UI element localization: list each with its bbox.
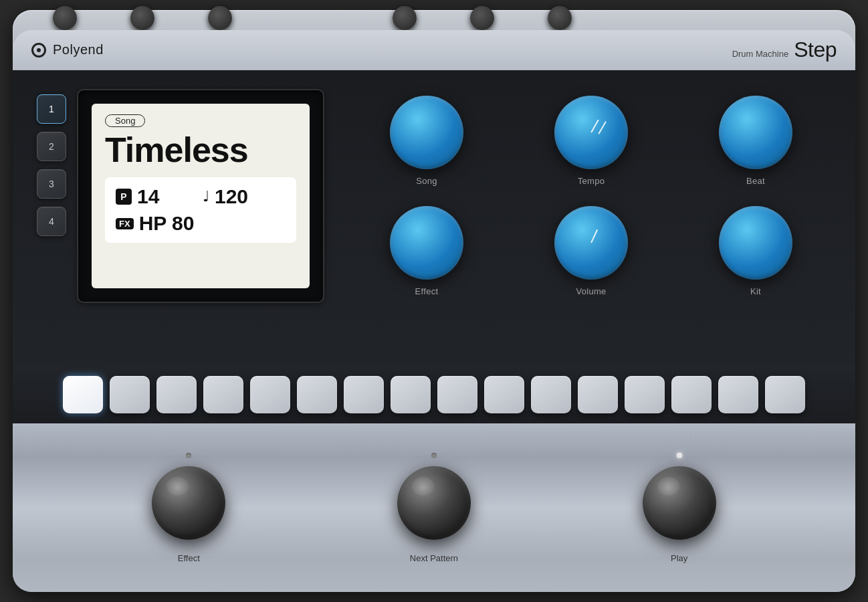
volume-knob-label: Volume [576,286,606,296]
tempo-knob[interactable] [554,96,628,169]
play-pedal-label: Play [671,553,687,563]
effect-pedal-label: Effect [178,553,200,563]
tempo-stat-row: ♩ 120 [203,185,286,208]
step-btn-13[interactable] [625,376,665,413]
song-title: Timeless [105,131,296,169]
top-knob-4[interactable] [393,6,417,30]
play-pedal-indicator [677,453,682,458]
main-panel: 1 2 3 4 Song Timeless P 14 [13,70,855,405]
effect-knob-label: Effect [415,286,439,296]
step-btn-9[interactable] [437,376,477,413]
mode-label: Song [105,114,145,127]
next-pattern-pedal-label: Next Pattern [410,553,458,563]
top-knob-2[interactable] [130,6,154,30]
product-info: Drum Machine Step [732,37,837,62]
effect-pedal[interactable] [152,466,225,540]
brand-name: Polyend [53,42,104,58]
knob-group-effect: Effect [351,206,502,296]
step-btn-1[interactable] [63,376,103,413]
top-knob-6[interactable] [548,6,572,30]
pattern-value: 14 [137,185,159,208]
knob-group-volume: Volume [516,206,667,296]
fx-icon: FX [116,218,134,229]
next-pattern-pedal-wrapper [397,466,471,540]
top-knob-5[interactable] [470,6,494,30]
song-knob-label: Song [416,176,437,186]
knobs-grid: Song Tempo Beat Effect [351,96,831,296]
preset-btn-4[interactable]: 4 [37,207,66,236]
top-knob-3[interactable] [208,6,232,30]
header-bar: Polyend Drum Machine Step [13,30,855,70]
step-btn-4[interactable] [203,376,243,413]
step-btn-15[interactable] [718,376,758,413]
fx-stat-row: FX HP 80 [116,212,199,235]
beat-knob[interactable] [719,96,792,169]
kit-knob-label: Kit [750,286,761,296]
kit-knob[interactable] [719,206,792,280]
next-pattern-pedal-indicator [431,453,437,458]
effect-pedal-wrapper [152,466,225,540]
volume-knob[interactable] [554,206,628,280]
step-btn-2[interactable] [110,376,150,413]
step-btn-11[interactable] [531,376,571,413]
step-btn-12[interactable] [578,376,618,413]
pedal-group-next-pattern: Next Pattern [397,453,471,563]
pattern-icon: P [116,189,132,205]
pattern-stat-row: P 14 [116,185,199,208]
step-btn-6[interactable] [297,376,337,413]
step-btn-5[interactable] [250,376,290,413]
song-knob[interactable] [390,96,463,169]
step-btn-3[interactable] [156,376,197,413]
knob-group-kit: Kit [680,206,831,296]
step-btn-16[interactable] [765,376,805,413]
device: Polyend Drum Machine Step 1 2 3 4 Song T… [13,10,855,592]
tempo-knob-label: Tempo [578,176,605,186]
knob-group-tempo: Tempo [516,96,667,186]
tempo-value: 120 [215,185,248,208]
tempo-icon: ♩ [203,188,209,205]
display-inner: Song Timeless P 14 ♩ 120 [92,104,310,288]
beat-knob-label: Beat [746,176,765,186]
product-type: Drum Machine [732,49,789,59]
step-btn-14[interactable] [671,376,712,413]
next-pattern-pedal[interactable] [397,466,471,540]
knob-group-beat: Beat [680,96,831,186]
footer-section: Effect Next Pattern Play [13,423,855,592]
effect-knob[interactable] [390,206,463,280]
preset-btn-3[interactable]: 3 [37,169,66,199]
top-knob-1[interactable] [53,6,77,30]
polyend-logo-mark [31,43,46,58]
step-buttons-section [13,365,855,425]
preset-btn-1[interactable]: 1 [37,94,66,124]
fx-value: HP 80 [139,212,195,235]
preset-buttons: 1 2 3 4 [37,94,66,236]
step-btn-10[interactable] [484,376,524,413]
step-btn-8[interactable] [391,376,431,413]
preset-btn-2[interactable]: 2 [37,132,66,161]
display-screen: Song Timeless P 14 ♩ 120 [77,89,324,303]
step-btn-7[interactable] [344,376,384,413]
display-stats: P 14 ♩ 120 FX HP 80 [105,177,296,243]
knob-group-song: Song [351,96,502,186]
left-section: 1 2 3 4 Song Timeless P 14 [37,89,324,303]
play-pedal[interactable] [643,466,716,540]
effect-pedal-indicator [186,453,191,458]
pedal-group-effect: Effect [152,453,225,563]
product-name: Step [794,37,837,62]
top-knobs-row [53,10,815,30]
pedal-group-play: Play [643,453,716,563]
play-pedal-wrapper [643,466,716,540]
